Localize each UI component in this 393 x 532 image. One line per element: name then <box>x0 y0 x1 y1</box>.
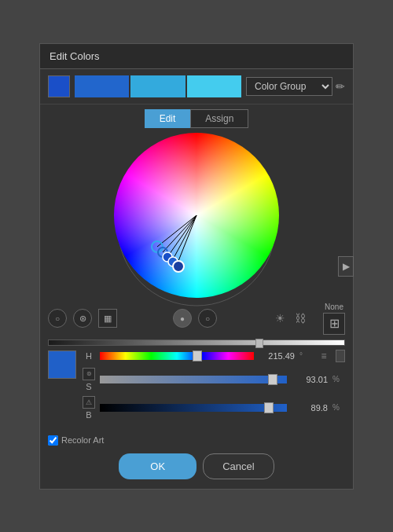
b-icon: ⚠ <box>83 396 95 409</box>
wheel-wrapper <box>40 133 353 298</box>
color-strip <box>75 75 241 97</box>
top-bar: Color Group ✏ <box>40 69 353 105</box>
b-label: B <box>83 410 95 420</box>
wheel-div[interactable] <box>114 133 279 298</box>
color-group-dropdown[interactable]: Color Group <box>246 77 332 96</box>
b-unit: % <box>332 403 345 412</box>
recolor-art-label: Recolor Art <box>61 435 104 445</box>
s-unit: % <box>332 375 345 383</box>
slider-section: H 215.49 ° ≡ ⊚ S <box>40 349 353 431</box>
h-expand-icon[interactable] <box>336 350 345 362</box>
slider-rows: H 215.49 ° ≡ ⊚ S <box>83 349 345 424</box>
recolor-art-input[interactable] <box>48 435 58 446</box>
h-menu-icon[interactable]: ≡ <box>317 349 331 363</box>
b-slider[interactable] <box>100 404 287 412</box>
right-expand-panel: ▶ <box>338 256 354 277</box>
h-slider-row-hsb: H 215.49 ° ≡ <box>83 349 345 363</box>
blend-slider-track[interactable] <box>48 339 345 346</box>
h-unit: ° <box>299 351 312 360</box>
h-thumb[interactable] <box>193 350 202 361</box>
recolor-art-checkbox[interactable]: Recolor Art <box>48 435 104 446</box>
tab-assign[interactable]: Assign <box>190 109 248 128</box>
s-icon: ⊚ <box>83 368 95 380</box>
h-slider[interactable] <box>100 352 254 360</box>
svg-point-10 <box>173 261 184 272</box>
title-text: Edit Colors <box>50 50 100 62</box>
cancel-button[interactable]: Cancel <box>203 453 274 479</box>
dropdown-area: Color Group ✏ <box>246 77 345 96</box>
expand-arrow-btn[interactable]: ▶ <box>338 256 354 277</box>
current-color-swatch[interactable] <box>48 350 76 379</box>
bottom-row: Recolor Art <box>40 431 353 449</box>
edit-pencil-icon[interactable]: ✏ <box>336 80 345 93</box>
s-slider[interactable] <box>100 376 287 383</box>
spoke-svg <box>114 133 279 298</box>
edit-assign-tabs: Edit Assign <box>40 105 353 133</box>
h-value: 215.49 <box>259 351 295 361</box>
ok-button[interactable]: OK <box>119 453 196 479</box>
s-thumb[interactable] <box>268 374 277 385</box>
tab-edit[interactable]: Edit <box>145 109 191 128</box>
blend-slider-thumb[interactable] <box>255 339 263 348</box>
strip-seg-3[interactable] <box>187 75 241 97</box>
h-label: H <box>83 351 95 361</box>
h-slider-row <box>40 339 353 349</box>
main-color-swatch[interactable] <box>48 75 70 97</box>
svg-line-3 <box>167 215 196 257</box>
s-label: S <box>83 382 95 391</box>
s-slider-row-hsb: ⊚ S 93.01 % <box>83 368 345 391</box>
color-swatch-area <box>48 349 76 379</box>
b-value: 89.8 <box>292 403 328 413</box>
b-slider-row-hsb: ⚠ B 89.8 % <box>83 396 345 420</box>
edit-colors-dialog: Edit Colors Color Group ✏ Edit Assign <box>39 43 354 490</box>
dialog-title: Edit Colors <box>40 44 353 69</box>
action-buttons: OK Cancel <box>40 449 353 489</box>
strip-seg-1[interactable] <box>75 75 129 97</box>
b-thumb[interactable] <box>264 402 274 413</box>
s-value: 93.01 <box>292 375 328 384</box>
strip-seg-2[interactable] <box>130 75 185 97</box>
